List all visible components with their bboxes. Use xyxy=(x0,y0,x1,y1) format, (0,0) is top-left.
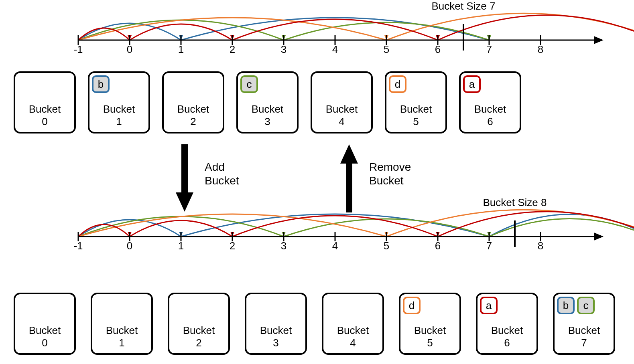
tick-label: 2 xyxy=(230,240,235,252)
svg-marker-9 xyxy=(594,36,604,44)
tick-label: 5 xyxy=(384,240,389,252)
tick-label: 6 xyxy=(435,240,441,252)
bucket: dBucket5 xyxy=(385,71,447,133)
bucket-label: Bucket6 xyxy=(474,103,506,128)
hash-item-d: d xyxy=(403,297,421,314)
hash-item-a: a xyxy=(463,75,481,93)
hash-item-a: a xyxy=(480,297,498,314)
bucket: bBucket1 xyxy=(88,71,150,133)
bottom-bucket-row: Bucket0Bucket1Bucket2Bucket3Bucket4dBuck… xyxy=(14,293,615,355)
bucket: Bucket2 xyxy=(168,293,230,355)
hash-item-c: c xyxy=(577,297,595,314)
bucket: Bucket4 xyxy=(322,293,384,355)
bucket-label: Bucket1 xyxy=(103,103,135,128)
bucket-label: Bucket0 xyxy=(29,103,61,128)
tick-label: 4 xyxy=(332,43,338,56)
remove-bucket-label: Remove Bucket xyxy=(369,160,411,187)
tick-label: 7 xyxy=(486,240,492,252)
bucket-text: Bucket xyxy=(205,174,239,187)
bucket-label: Bucket5 xyxy=(400,103,432,128)
bucket: cBucket3 xyxy=(236,71,299,133)
add-text: Add xyxy=(205,161,225,173)
tick-label: 6 xyxy=(435,43,441,56)
hash-item-b: b xyxy=(92,75,110,93)
top-size-label: Bucket Size 7 xyxy=(432,0,496,12)
bucket-label: Bucket2 xyxy=(177,103,209,128)
tick-label: 8 xyxy=(538,240,543,252)
bucket-label: Bucket5 xyxy=(414,324,446,349)
bucket-label: Bucket4 xyxy=(326,103,358,128)
bucket-label: Bucket7 xyxy=(568,324,600,349)
bucket: Bucket4 xyxy=(311,71,373,133)
bucket: aBucket6 xyxy=(476,293,538,355)
hash-item-b: b xyxy=(557,297,575,314)
bucket-label: Bucket0 xyxy=(29,324,61,349)
bottom-size-label: Bucket Size 8 xyxy=(483,196,547,209)
hash-item-c: c xyxy=(240,75,258,93)
tick-label: -1 xyxy=(73,43,83,56)
tick-label: 5 xyxy=(384,43,389,56)
tick-label: 1 xyxy=(178,240,184,252)
tick-label: 2 xyxy=(230,43,235,56)
bucket: Bucket2 xyxy=(162,71,224,133)
bottom-size-marker xyxy=(514,220,516,247)
tick-label: 0 xyxy=(127,240,132,252)
tick-label: 3 xyxy=(281,240,287,252)
hash-item-d: d xyxy=(389,75,406,93)
bucket: aBucket6 xyxy=(459,71,521,133)
svg-rect-20 xyxy=(181,144,188,196)
bucket-label: Bucket3 xyxy=(260,324,292,349)
add-bucket-label: Add Bucket xyxy=(205,160,239,187)
bucket-label: Bucket2 xyxy=(183,324,215,349)
tick-label: 7 xyxy=(486,43,492,56)
remove-text: Remove xyxy=(369,161,411,173)
tick-label: 0 xyxy=(127,43,132,56)
bucket: Bucket1 xyxy=(91,293,153,355)
bucket-label: Bucket1 xyxy=(106,324,138,349)
bucket-label: Bucket3 xyxy=(252,103,284,128)
tick-label: 1 xyxy=(178,43,184,56)
bucket-label: Bucket4 xyxy=(337,324,369,349)
diagram-root: Bucket Size 7 -1012345678 Bucket0bBucket… xyxy=(0,0,634,364)
top-size-marker xyxy=(463,24,464,51)
bucket-text-2: Bucket xyxy=(369,174,404,187)
bucket: Bucket0 xyxy=(14,71,76,133)
bucket: Bucket3 xyxy=(245,293,307,355)
bucket: bcBucket7 xyxy=(553,293,615,355)
tick-label: 4 xyxy=(332,240,338,252)
bucket-label: Bucket6 xyxy=(491,324,523,349)
bucket: Bucket0 xyxy=(14,293,76,355)
svg-marker-33 xyxy=(594,233,604,241)
tick-label: 8 xyxy=(538,43,543,56)
tick-label: -1 xyxy=(73,240,83,252)
bucket: dBucket5 xyxy=(399,293,461,355)
tick-label: 3 xyxy=(281,43,287,56)
top-bucket-row: Bucket0bBucket1Bucket2cBucket3Bucket4dBu… xyxy=(14,71,521,133)
